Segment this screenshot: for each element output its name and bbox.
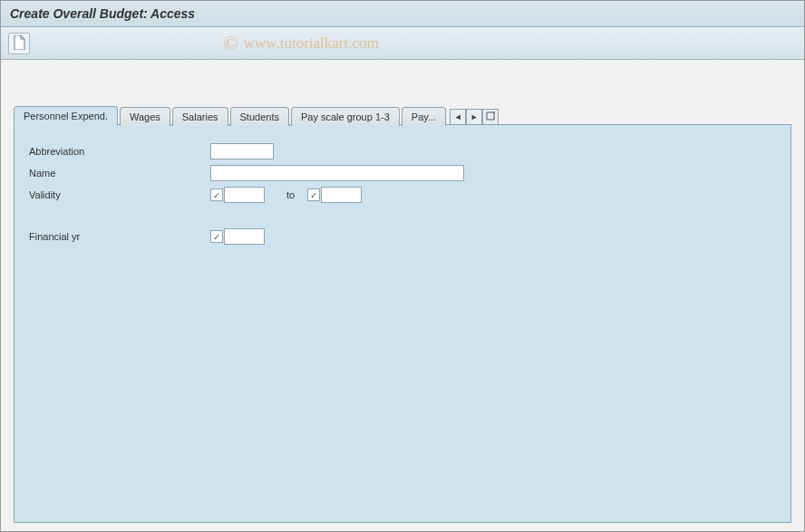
tab-wages[interactable]: Wages	[120, 107, 170, 126]
abbreviation-label: Abbreviation	[29, 146, 210, 157]
tab-salaries[interactable]: Salaries	[172, 107, 228, 126]
name-input[interactable]	[210, 165, 464, 181]
tab-panel: Abbreviation Name Validity ✓ to ✓ Financ…	[14, 124, 791, 523]
check-icon: ✓	[210, 189, 223, 201]
name-label: Name	[29, 168, 210, 179]
tab-students[interactable]: Students	[230, 107, 289, 126]
tab-personnel-expend[interactable]: Personnel Expend.	[14, 106, 118, 126]
tab-nav: ◄ ►	[450, 109, 499, 125]
abbreviation-input[interactable]	[210, 143, 274, 160]
chevron-left-icon: ◄	[454, 112, 462, 121]
new-document-button[interactable]	[8, 33, 30, 54]
validity-to-label: to	[286, 189, 295, 200]
list-icon	[486, 111, 495, 122]
tab-strip: Personnel Expend. Wages Salaries Student…	[14, 105, 791, 125]
document-icon	[13, 35, 25, 52]
tab-list-button[interactable]	[482, 109, 499, 125]
validity-from-input[interactable]	[224, 187, 265, 203]
check-icon: ✓	[307, 189, 320, 201]
toolbar	[1, 27, 804, 60]
svg-rect-0	[487, 112, 494, 120]
validity-to-input[interactable]	[321, 187, 362, 203]
financial-yr-input[interactable]	[224, 228, 265, 245]
row-financial-yr: Financial yr ✓	[29, 228, 776, 245]
page-title: Create Overall Budget: Access	[1, 1, 804, 27]
financial-yr-label: Financial yr	[29, 231, 210, 242]
row-validity: Validity ✓ to ✓	[29, 187, 776, 203]
check-icon: ✓	[210, 230, 223, 243]
tab-pay-more[interactable]: Pay...	[402, 107, 446, 126]
row-abbreviation: Abbreviation	[29, 143, 776, 160]
tab-pay-scale-group[interactable]: Pay scale group 1-3	[291, 107, 400, 126]
row-name: Name	[29, 165, 776, 181]
validity-label: Validity	[29, 189, 210, 200]
content-area: Personnel Expend. Wages Salaries Student…	[1, 60, 804, 532]
tab-scroll-left-button[interactable]: ◄	[450, 109, 466, 125]
tab-scroll-right-button[interactable]: ►	[466, 109, 482, 125]
chevron-right-icon: ►	[470, 112, 479, 121]
